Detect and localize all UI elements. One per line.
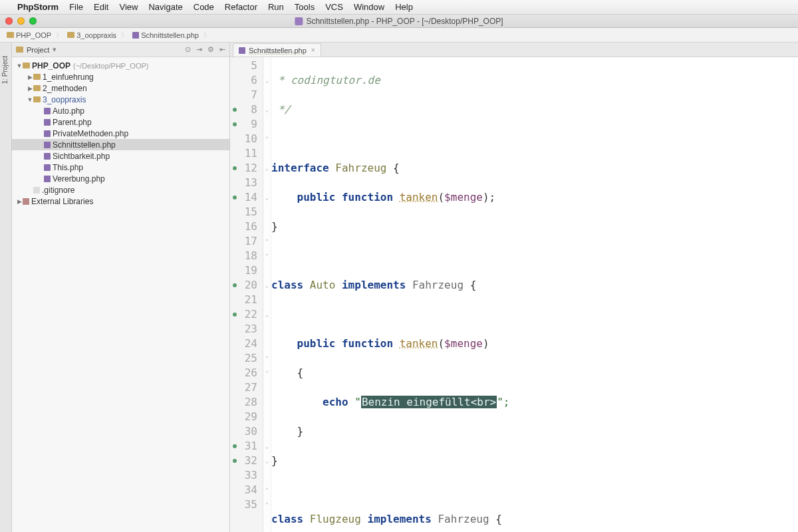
- php-file-icon: [295, 17, 303, 25]
- chevron-right-icon: 〉: [55, 31, 64, 40]
- tree-file[interactable]: PrivateMethoden.php: [12, 128, 229, 139]
- tree-folder[interactable]: ▶2_methoden: [12, 82, 229, 94]
- breadcrumb-label: 3_ooppraxis: [76, 31, 116, 39]
- hide-icon[interactable]: ⇤: [219, 45, 225, 54]
- tree-folder[interactable]: ▶1_einfuehrung: [12, 71, 229, 82]
- folder-icon: [33, 96, 41, 102]
- tree-label: Sichtbarkeit.php: [53, 152, 110, 161]
- tree-label: PHP_OOP: [32, 61, 70, 70]
- menu-tools[interactable]: Tools: [295, 2, 315, 12]
- minimize-window-button[interactable]: [17, 17, 25, 25]
- php-file-icon: [44, 130, 51, 137]
- editor-body[interactable]: 567 891011 1213141516171819 202122232425…: [230, 57, 798, 532]
- tree-file[interactable]: .gitignore: [12, 184, 229, 196]
- menu-file[interactable]: File: [69, 2, 83, 12]
- tree-label: 3_ooppraxis: [43, 95, 86, 104]
- menu-edit[interactable]: Edit: [94, 2, 108, 12]
- tree-label: Vererbung.php: [53, 174, 105, 184]
- menu-vcs[interactable]: VCS: [325, 2, 343, 12]
- tool-window-strip: 1: Project: [0, 43, 12, 532]
- tree-label: This.php: [53, 163, 83, 172]
- menu-run[interactable]: Run: [268, 2, 284, 12]
- tree-label: 1_einfuehrung: [43, 72, 94, 82]
- code-content[interactable]: * codingtutor.de */ interface Fahrzeug {…: [271, 57, 798, 532]
- chevron-right-icon: 〉: [120, 31, 129, 40]
- php-file-icon: [44, 108, 51, 114]
- breadcrumb-folder[interactable]: 3_ooppraxis: [65, 31, 119, 39]
- zoom-window-button[interactable]: [29, 17, 37, 25]
- php-file-icon: [44, 153, 51, 160]
- gear-icon[interactable]: ⚙: [207, 45, 214, 54]
- project-tool-window: Project ▾ ⊙ ⇥ ⚙ ⇤ ▼PHP_OOP(~/Desktop/PHP…: [12, 43, 230, 532]
- tree-file[interactable]: Sichtbarkeit.php: [12, 150, 229, 162]
- tree-folder[interactable]: ▼3_ooppraxis: [12, 94, 229, 105]
- breadcrumb-label: Schnittstellen.php: [141, 31, 199, 39]
- chevron-down-icon[interactable]: ▾: [53, 45, 57, 54]
- tree-label: External Libraries: [31, 197, 93, 206]
- tree-root[interactable]: ▼PHP_OOP(~/Desktop/PHP_OOP): [12, 60, 229, 71]
- tree-file[interactable]: Vererbung.php: [12, 173, 229, 184]
- tree-label: 2_methoden: [43, 84, 87, 93]
- breadcrumb-file[interactable]: Schnittstellen.php: [130, 31, 201, 39]
- menu-code[interactable]: Code: [194, 2, 214, 12]
- php-file-icon: [44, 176, 51, 182]
- editor-tabs: Schnittstellen.php ×: [230, 43, 798, 57]
- tree-label: Parent.php: [53, 118, 92, 127]
- chevron-right-icon: 〉: [202, 31, 211, 40]
- menu-help[interactable]: Help: [395, 2, 413, 12]
- collapse-all-icon[interactable]: ⇥: [196, 45, 202, 54]
- php-file-icon: [239, 47, 245, 54]
- fold-column[interactable]: ⌄⌄⌃⌄⌄⌃⌃⌄⌄⌃⌃⌄⌄⌃⌃: [263, 57, 271, 532]
- tree-file-selected[interactable]: Schnittstellen.php: [12, 139, 229, 150]
- breadcrumb-label: PHP_OOP: [16, 31, 51, 39]
- window-titlebar: Schnittstellen.php - PHP_OOP - [~/Deskto…: [0, 15, 798, 28]
- folder-icon: [23, 63, 30, 68]
- folder-icon: [33, 85, 41, 91]
- macos-menubar: PhpStorm File Edit View Navigate Code Re…: [0, 0, 798, 15]
- tree-label: PrivateMethoden.php: [53, 129, 128, 138]
- line-number-gutter: 567 891011 1213141516171819 202122232425…: [230, 57, 263, 532]
- folder-icon: [33, 74, 41, 80]
- tree-label: Auto.php: [53, 106, 84, 116]
- close-window-button[interactable]: [5, 17, 13, 25]
- file-icon: [33, 187, 40, 194]
- menu-window[interactable]: Window: [354, 2, 384, 12]
- scroll-to-source-icon[interactable]: ⊙: [185, 45, 191, 54]
- folder-icon: [67, 32, 74, 38]
- editor-area: Schnittstellen.php × 567 891011 12131415…: [230, 43, 798, 532]
- folder-icon: [7, 32, 14, 38]
- php-file-icon: [44, 142, 51, 148]
- breadcrumb-bar: PHP_OOP 〉 3_ooppraxis 〉 Schnittstellen.p…: [0, 28, 798, 43]
- project-view-label[interactable]: Project: [27, 46, 49, 54]
- menu-view[interactable]: View: [119, 2, 138, 12]
- menu-refactor[interactable]: Refactor: [225, 2, 257, 12]
- tree-path: (~/Desktop/PHP_OOP): [73, 62, 148, 70]
- project-tool-button[interactable]: 1: Project: [1, 56, 9, 84]
- tree-file[interactable]: Auto.php: [12, 105, 229, 116]
- folder-icon: [16, 47, 23, 53]
- project-tree[interactable]: ▼PHP_OOP(~/Desktop/PHP_OOP) ▶1_einfuehru…: [12, 57, 229, 209]
- php-file-icon: [44, 119, 51, 126]
- breadcrumb-root[interactable]: PHP_OOP: [4, 31, 54, 39]
- php-file-icon: [132, 32, 139, 39]
- close-tab-icon[interactable]: ×: [311, 47, 315, 54]
- tree-file[interactable]: Parent.php: [12, 116, 229, 128]
- app-name[interactable]: PhpStorm: [17, 2, 59, 12]
- traffic-lights: [5, 17, 37, 25]
- editor-tab[interactable]: Schnittstellen.php ×: [233, 43, 321, 57]
- library-icon: [23, 198, 29, 205]
- menu-navigate[interactable]: Navigate: [148, 2, 182, 12]
- tree-external-libs[interactable]: ▶External Libraries: [12, 196, 229, 207]
- editor-tab-label: Schnittstellen.php: [249, 47, 307, 55]
- tree-label: .gitignore: [42, 186, 74, 195]
- tree-label: Schnittstellen.php: [53, 140, 116, 150]
- window-title: Schnittstellen.php - PHP_OOP - [~/Deskto…: [295, 17, 503, 26]
- php-file-icon: [44, 164, 51, 171]
- tree-file[interactable]: This.php: [12, 162, 229, 173]
- project-header: Project ▾ ⊙ ⇥ ⚙ ⇤: [12, 43, 229, 57]
- window-title-text: Schnittstellen.php - PHP_OOP - [~/Deskto…: [306, 17, 503, 26]
